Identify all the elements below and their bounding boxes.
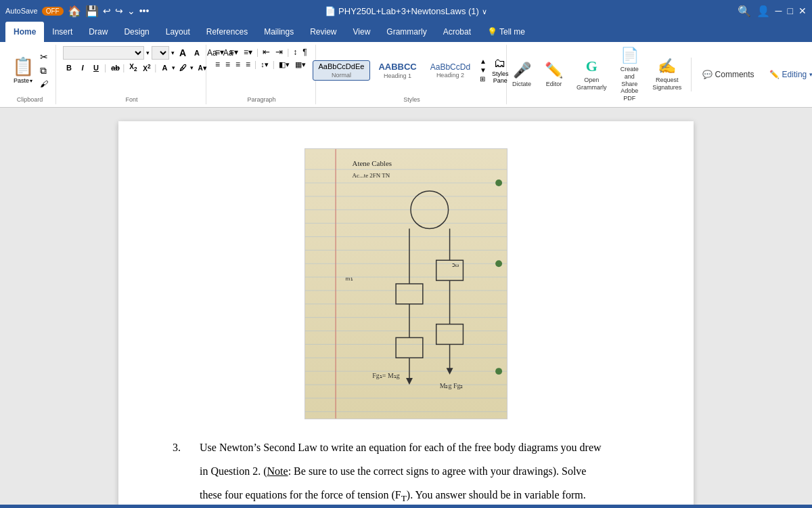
style-heading1[interactable]: AABBCC Heading 1 [373, 60, 422, 81]
dictate-button[interactable]: 🎤 Dictate [508, 60, 535, 89]
paste-button[interactable]: 📋 Paste ▾ [9, 55, 37, 85]
styles-scroll-down[interactable]: ▼ [480, 66, 487, 74]
align-left-button[interactable]: ≡ [213, 59, 222, 70]
subscript-button[interactable]: X2 [127, 62, 139, 73]
font-group: ▾ ▾ A A Aa Aa B I U | ab | X2 X2 | A [58, 45, 206, 104]
font-size-dropdown-icon[interactable]: ▾ [171, 49, 175, 56]
titlebar-left: AutoSave OFF 🏠 💾 ↩ ↪ ⌄ ••• [5, 5, 149, 18]
tab-acrobat[interactable]: Acrobat [435, 22, 479, 42]
svg-text:m₁: m₁ [346, 275, 353, 282]
svg-text:M₂g Fg₂: M₂g Fg₂ [440, 382, 464, 389]
minimize-icon[interactable]: ─ [775, 5, 782, 16]
question-body: Use Newton’s Second Law to write an equa… [200, 436, 602, 505]
search-icon[interactable]: 🔍 [738, 5, 751, 18]
font-dropdown-icon[interactable]: ▾ [146, 49, 150, 56]
tab-review[interactable]: Review [302, 22, 344, 42]
clipboard-group: 📋 Paste ▾ ✂ ⧉ 🖌 Clipboard [4, 45, 56, 104]
editing-indicator[interactable]: ✏️ Editing ▾ [765, 68, 812, 81]
copy-button[interactable]: ⧉ [38, 64, 50, 77]
comments-button[interactable]: 💬 Comments [697, 68, 760, 81]
style-heading2[interactable]: AaBbCcDd Heading 2 [425, 61, 476, 80]
numbering-button[interactable]: ≡▾ [227, 47, 240, 58]
editor-label: Editor [546, 81, 562, 87]
tab-references[interactable]: References [198, 22, 256, 42]
tab-grammarly[interactable]: Grammarly [378, 22, 434, 42]
line-spacing-button[interactable]: ↕▾ [258, 60, 271, 70]
create-pdf-button[interactable]: 📄 Create and ShareAdobe PDF [616, 45, 644, 104]
customize-icon[interactable]: ⌄ [127, 5, 135, 16]
svg-rect-32 [436, 324, 464, 345]
tab-insert[interactable]: Insert [44, 22, 81, 42]
para-sep4: | [273, 60, 275, 69]
style-h2-preview: AaBbCcDd [430, 62, 470, 72]
request-signatures-button[interactable]: ✍️ Request Signatures [648, 56, 685, 93]
multilevel-button[interactable]: ≡▾ [242, 47, 254, 58]
increase-indent-button[interactable]: ⇥ [273, 46, 285, 58]
question-number: 3. [173, 436, 189, 505]
tab-design[interactable]: Design [116, 22, 157, 42]
document-area: Atene Cables Ac...te 2FN TN m₁ ↄω [0, 108, 812, 505]
justify-button[interactable]: ≡ [244, 59, 252, 70]
statusbar: Page 12 of 13 5 of 1258 words 𝕀X English… [0, 505, 812, 508]
document-title: 📄 PHY250L+Lab+3+NewtonsLaws (1) ∨ [325, 6, 487, 16]
pilcrow-button[interactable]: ¶ [300, 47, 309, 58]
style-normal[interactable]: AaBbCcDdEe Normal [313, 60, 371, 80]
borders-button[interactable]: ▦▾ [293, 60, 308, 70]
font-color-button[interactable]: A [158, 63, 171, 72]
sort-button[interactable]: ↕ [291, 47, 299, 58]
signature-icon: ✍️ [658, 58, 676, 75]
home-icon[interactable]: 🏠 [68, 5, 81, 18]
restore-icon[interactable]: □ [788, 5, 793, 16]
styles-expand[interactable]: ⊞ [480, 75, 487, 83]
redo-icon[interactable]: ↪ [115, 5, 123, 16]
highlight-dropdown[interactable]: ▾ [190, 64, 194, 71]
profile-icon[interactable]: 👤 [757, 5, 770, 18]
font-grow-button[interactable]: A [177, 47, 189, 59]
grammarly-button[interactable]: G OpenGrammarly [572, 56, 611, 93]
editor-button[interactable]: ✏️ Editor [541, 60, 567, 89]
titlebar: AutoSave OFF 🏠 💾 ↩ ↪ ⌄ ••• 📄 PHY250L+Lab… [0, 0, 812, 22]
paste-dropdown-icon[interactable]: ▾ [30, 78, 32, 84]
font-color-dropdown[interactable]: ▾ [172, 64, 175, 71]
font-effects-button[interactable]: A▾ [195, 64, 207, 72]
tab-tell-me[interactable]: 💡 Tell me [479, 22, 533, 42]
notebook-photo: Atene Cables Ac...te 2FN TN m₁ ↄω [304, 148, 508, 419]
undo-icon[interactable]: ↩ [103, 5, 111, 16]
editing-dropdown-icon[interactable]: ▾ [809, 71, 812, 78]
shading-button[interactable]: ◧▾ [277, 60, 292, 70]
format-painter-button[interactable]: 🖌 [38, 79, 50, 89]
highlight-button[interactable]: 🖊 [177, 63, 189, 72]
pencil-icon: ✏️ [769, 70, 780, 79]
style-h2-label: Heading 2 [436, 72, 464, 79]
tab-mailings[interactable]: Mailings [256, 22, 302, 42]
tab-home[interactable]: Home [5, 22, 44, 42]
ribbon: 📋 Paste ▾ ✂ ⧉ 🖌 Clipboard [0, 42, 812, 108]
align-right-button[interactable]: ≡ [233, 59, 242, 70]
cut-button[interactable]: ✂ [38, 51, 50, 63]
styles-scroll-up[interactable]: ▲ [480, 58, 487, 65]
underline-button[interactable]: U [90, 63, 102, 72]
bullets-button[interactable]: ≡▾ [213, 47, 226, 58]
tab-layout[interactable]: Layout [158, 22, 198, 42]
bold-button[interactable]: B [63, 63, 75, 72]
strikethrough-button[interactable]: ab [108, 63, 120, 72]
paste-icon: 📋 [12, 56, 34, 77]
font-size-select[interactable] [152, 46, 169, 60]
italic-button[interactable]: I [76, 63, 89, 72]
svg-text:Ac...te 2FN TN: Ac...te 2FN TN [353, 172, 390, 179]
save-icon[interactable]: 💾 [85, 5, 99, 18]
tab-draw[interactable]: Draw [81, 22, 116, 42]
titlebar-right: 🔍 👤 ─ □ ✕ [738, 5, 807, 18]
superscript-button[interactable]: X2 [140, 62, 152, 73]
font-label: Font [125, 96, 137, 103]
request-signatures-label: Request Signatures [652, 77, 681, 91]
more-icon[interactable]: ••• [139, 5, 150, 16]
decrease-indent-button[interactable]: ⇤ [261, 46, 272, 58]
font-shrink-button[interactable]: A [191, 48, 203, 58]
close-icon[interactable]: ✕ [798, 5, 807, 16]
autosave-toggle[interactable]: OFF [42, 7, 64, 16]
align-center-button[interactable]: ≡ [223, 59, 232, 70]
font-name-select[interactable] [63, 46, 144, 60]
tab-view[interactable]: View [345, 22, 379, 42]
font-row1: ▾ ▾ A A Aa Aa [63, 46, 200, 60]
